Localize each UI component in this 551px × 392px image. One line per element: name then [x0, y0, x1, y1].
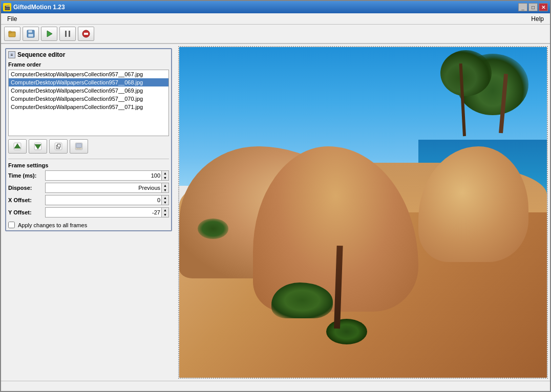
- svg-rect-6: [65, 31, 67, 37]
- statusbar: [1, 381, 550, 391]
- landscape-image: [179, 47, 547, 378]
- open-icon: [8, 30, 16, 38]
- svg-rect-4: [28, 34, 33, 37]
- menu-file[interactable]: File: [3, 14, 21, 24]
- time-input-wrapper: ▲ ▼: [45, 170, 169, 181]
- dispose-input-wrapper: ▲ ▼: [45, 183, 169, 193]
- list-item[interactable]: ComputerDesktopWallpapersCollection957__…: [9, 95, 168, 103]
- minimize-button[interactable]: _: [518, 3, 527, 11]
- list-item[interactable]: ComputerDesktopWallpapersCollection957__…: [9, 86, 168, 95]
- panel-header: ≡ Sequence editor: [8, 51, 169, 58]
- svg-rect-19: [76, 148, 82, 149]
- apply-checkbox-row: Apply changes to all frames: [8, 222, 169, 228]
- dispose-label: Dispose:: [8, 185, 43, 191]
- apply-all-label[interactable]: Apply changes to all frames: [18, 222, 87, 228]
- app-icon: 🎬: [3, 3, 11, 11]
- menubar: File Help: [1, 13, 550, 25]
- frame-list[interactable]: ComputerDesktopWallpapersCollection957__…: [8, 70, 169, 136]
- save-button[interactable]: [23, 27, 39, 41]
- move-down-button[interactable]: [29, 139, 47, 154]
- copy-button[interactable]: [49, 139, 68, 154]
- time-spin-down[interactable]: ▼: [162, 176, 168, 180]
- y-offset-input[interactable]: [46, 208, 161, 217]
- pause-icon: [63, 30, 72, 38]
- dispose-spin: ▲ ▼: [161, 183, 168, 192]
- frame-settings-label: Frame settings: [8, 162, 169, 168]
- window-title: GiftedMotion 1.23: [13, 4, 65, 11]
- main-content: ≡ Sequence editor Frame order ComputerDe…: [1, 44, 550, 381]
- copy-icon: [54, 142, 63, 151]
- frame-order-label: Frame order: [8, 61, 169, 68]
- play-button[interactable]: [41, 27, 57, 41]
- y-offset-row: Y Offset: ▲ ▼: [8, 207, 169, 217]
- export-button[interactable]: [70, 139, 88, 154]
- stop-button[interactable]: [78, 27, 94, 41]
- x-offset-label: X Offset:: [8, 197, 43, 203]
- panel-header-icon: ≡: [8, 51, 15, 58]
- x-offset-spin-down[interactable]: ▼: [162, 200, 168, 205]
- y-offset-spin: ▲ ▼: [161, 208, 168, 217]
- y-offset-spin-up[interactable]: ▲: [162, 208, 168, 212]
- close-button[interactable]: ✕: [539, 3, 548, 11]
- dispose-input[interactable]: [46, 183, 161, 192]
- play-icon: [45, 30, 53, 38]
- save-icon: [27, 30, 35, 38]
- list-item[interactable]: ComputerDesktopWallpapersCollection957__…: [9, 70, 168, 78]
- svg-rect-16: [58, 144, 60, 147]
- svg-rect-1: [9, 31, 11, 33]
- frame-buttons: [8, 139, 169, 154]
- y-offset-spin-down[interactable]: ▼: [162, 212, 168, 217]
- svg-rect-9: [84, 33, 88, 35]
- svg-rect-7: [69, 31, 70, 37]
- time-input[interactable]: [46, 171, 161, 180]
- x-offset-row: X Offset: ▲ ▼: [8, 195, 169, 205]
- move-down-icon: [33, 142, 43, 151]
- open-button[interactable]: [4, 27, 20, 41]
- titlebar: 🎬 GiftedMotion 1.23 _ □ ✕: [1, 1, 550, 13]
- y-offset-input-wrapper: ▲ ▼: [45, 207, 169, 217]
- left-panel: ≡ Sequence editor Frame order ComputerDe…: [1, 44, 176, 381]
- time-label: Time (ms):: [8, 172, 43, 179]
- veg1: [198, 219, 228, 239]
- toolbar: [1, 25, 550, 44]
- menu-help[interactable]: Help: [527, 14, 548, 24]
- list-item[interactable]: ComputerDesktopWallpapersCollection957__…: [9, 103, 168, 111]
- x-offset-spin-up[interactable]: ▲: [162, 195, 168, 200]
- time-spin: ▲ ▼: [161, 171, 168, 180]
- maximize-button[interactable]: □: [528, 3, 538, 11]
- sequence-editor-title: Sequence editor: [17, 51, 65, 58]
- titlebar-controls: _ □ ✕: [518, 3, 548, 11]
- svg-rect-3: [28, 30, 32, 33]
- frame-settings: Frame settings Time (ms): ▲ ▼: [8, 159, 169, 228]
- move-up-icon: [13, 142, 22, 151]
- titlebar-left: 🎬 GiftedMotion 1.23: [3, 3, 65, 11]
- x-offset-spin: ▲ ▼: [161, 195, 168, 205]
- list-item[interactable]: ComputerDesktopWallpapersCollection957__…: [9, 78, 168, 86]
- main-window: 🎬 GiftedMotion 1.23 _ □ ✕ File Help: [0, 0, 551, 392]
- stop-icon: [82, 30, 90, 38]
- time-row: Time (ms): ▲ ▼: [8, 170, 169, 181]
- export-icon: [74, 142, 83, 151]
- svg-rect-18: [76, 144, 82, 148]
- dispose-spin-down[interactable]: ▼: [162, 188, 168, 192]
- sequence-editor: ≡ Sequence editor Frame order ComputerDe…: [5, 48, 172, 231]
- pause-button[interactable]: [59, 27, 76, 41]
- image-preview: [178, 46, 548, 379]
- dispose-spin-up[interactable]: ▲: [162, 183, 168, 188]
- y-offset-label: Y Offset:: [8, 209, 43, 215]
- time-spin-up[interactable]: ▲: [162, 171, 168, 176]
- x-offset-input-wrapper: ▲ ▼: [45, 195, 169, 205]
- svg-marker-5: [47, 31, 52, 37]
- dispose-row: Dispose: ▲ ▼: [8, 183, 169, 193]
- x-offset-input[interactable]: [46, 195, 161, 205]
- apply-all-checkbox[interactable]: [8, 222, 15, 228]
- move-up-button[interactable]: [8, 139, 27, 154]
- right-panel: [176, 44, 550, 381]
